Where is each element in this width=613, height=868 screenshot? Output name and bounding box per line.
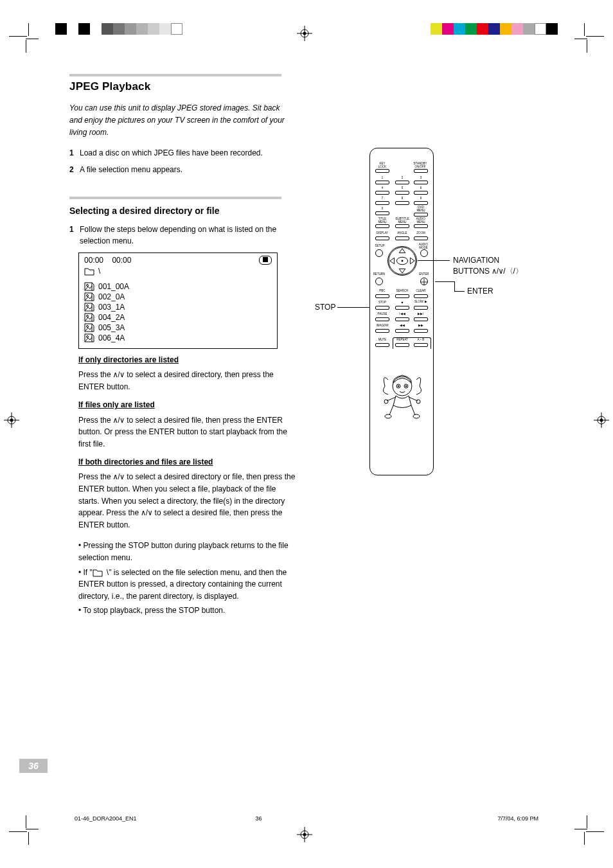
svg-point-7 (303, 833, 306, 837)
remote-title-menu-button[interactable] (375, 224, 389, 228)
remote-btn-label: 1 (377, 177, 387, 180)
file-name: 002_0A (98, 292, 125, 301)
svg-point-3 (303, 32, 306, 35)
image-file-icon (84, 313, 94, 322)
svg-point-25 (87, 325, 89, 327)
remote-num-button[interactable] (375, 211, 389, 215)
remote-dvd-menu-button[interactable] (414, 213, 428, 217)
image-file-icon (84, 333, 94, 342)
color-swatch-strip (55, 23, 182, 35)
remote-num-button[interactable] (375, 201, 389, 205)
remote-ab-button[interactable] (414, 343, 428, 347)
time-total: 00:00 (112, 256, 131, 265)
remote-repeat-button[interactable] (395, 343, 409, 347)
intro-text: You can use this unit to display JPEG st… (69, 102, 288, 139)
file-row: 001_00A (79, 281, 277, 292)
remote-imagdw-button[interactable] (375, 329, 389, 333)
remote-return-button[interactable] (375, 278, 383, 285)
remote-btn-label: DISPLAY (375, 232, 389, 235)
main-content: JPEG Playback You can use this unit to d… (69, 74, 545, 617)
svg-point-11 (10, 419, 13, 422)
callout-leader (435, 281, 454, 282)
remote-audio-mode-button[interactable] (420, 249, 428, 257)
step-text: Load a disc on which JPEG files have bee… (80, 147, 263, 159)
image-file-icon (84, 292, 94, 301)
remote-num-button[interactable] (395, 191, 409, 195)
remote-num-button[interactable] (375, 191, 389, 195)
file-name: 004_2A (98, 313, 125, 322)
remote-btn-label: PBC (375, 290, 389, 293)
remote-btn-label: STOP (375, 301, 389, 305)
svg-point-19 (87, 294, 89, 296)
folder-icon (84, 267, 94, 276)
remote-btn-label: ◀◀ (397, 324, 407, 328)
svg-point-23 (87, 315, 89, 317)
footer-file-info: 01-46_DORA2004_EN1 36 (75, 815, 262, 822)
remote-num-button[interactable] (414, 201, 428, 205)
remote-pbc-button[interactable] (375, 294, 389, 298)
remote-btn-label: AUDIO MENU (414, 218, 428, 224)
bullet-text: • To stop playback, press the STOP butto… (78, 605, 297, 617)
remote-num-button[interactable] (395, 201, 409, 205)
remote-btn-label: 2 (397, 177, 407, 180)
file-row: 006_4A (79, 333, 277, 343)
step-number: 1 (69, 224, 80, 247)
remote-slow-button[interactable] (414, 306, 428, 310)
file-name: 006_4A (98, 333, 125, 342)
svg-point-27 (87, 335, 89, 337)
remote-next-button[interactable] (414, 317, 428, 321)
case-text: Press the ∧/∨ to select a desired direct… (78, 471, 297, 531)
remote-btn-label: A – B (414, 339, 428, 342)
remote-btn-label: 5 (397, 187, 407, 190)
remote-audio-menu-button[interactable] (414, 224, 428, 228)
remote-num-button[interactable] (414, 181, 428, 184)
remote-num-button[interactable] (395, 181, 409, 184)
remote-pause-button[interactable] (375, 317, 389, 321)
remote-num-button[interactable] (414, 191, 428, 195)
remote-angle-button[interactable] (395, 236, 409, 240)
file-name: 003_1A (98, 303, 125, 312)
remote-stop2-button[interactable] (395, 306, 409, 310)
remote-num-button[interactable] (375, 181, 389, 184)
remote-enter-button[interactable] (420, 278, 428, 285)
stop-icon (259, 256, 272, 265)
subsection-title: Selecting a desired directory or file (69, 206, 545, 216)
image-file-icon (84, 323, 94, 332)
file-row: 004_2A (79, 312, 277, 323)
step-number: 2 (69, 164, 80, 176)
remote-standby-button[interactable] (414, 169, 428, 173)
remote-stop-button[interactable] (375, 306, 389, 310)
image-file-icon (84, 303, 94, 312)
remote-clear-button[interactable] (414, 294, 428, 298)
remote-zoom-button[interactable] (414, 236, 428, 240)
remote-ff-button[interactable] (414, 329, 428, 333)
remote-subtitle-menu-button[interactable] (395, 224, 409, 228)
remote-mute-button[interactable] (375, 343, 389, 347)
remote-btn-label: SUBTITLE MENU (395, 218, 409, 224)
callout-label: BUTTONS ∧/∨/〈/〉 (453, 266, 523, 277)
remote-btn-label: SEARCH (395, 290, 409, 293)
step-item: 2 A file selection menu appears. (69, 164, 288, 176)
remote-prev-button[interactable] (395, 317, 409, 321)
remote-btn-label: ANGLE (395, 232, 409, 235)
remote-btn-label: SLOW/ ▶ (414, 301, 428, 304)
remote-setup-button[interactable] (375, 249, 383, 257)
file-row: 005_3A (79, 323, 277, 333)
svg-point-30 (402, 260, 404, 262)
remote-key-lock-button[interactable] (375, 169, 389, 173)
remote-btn-label: MUTE (375, 339, 389, 342)
registration-mark-icon (594, 412, 609, 428)
remote-rew-button[interactable] (395, 329, 409, 333)
svg-point-41 (416, 400, 420, 403)
remote-display-button[interactable] (375, 236, 389, 240)
remote-btn-label: ZOOM (414, 232, 428, 235)
remote-btn-label: TITLE MENU (375, 218, 389, 224)
step-text: Follow the steps below depending on what… (80, 224, 288, 247)
color-swatch-strip (431, 23, 558, 35)
time-elapsed: 00:00 (84, 256, 103, 265)
remote-btn-label: STANDBY ON/OFF (413, 163, 428, 168)
remote-nav-ring[interactable] (387, 246, 417, 276)
callout-label: NAVIGATION (453, 256, 499, 265)
remote-search-button[interactable] (395, 294, 409, 298)
page-title: JPEG Playback (69, 80, 545, 93)
